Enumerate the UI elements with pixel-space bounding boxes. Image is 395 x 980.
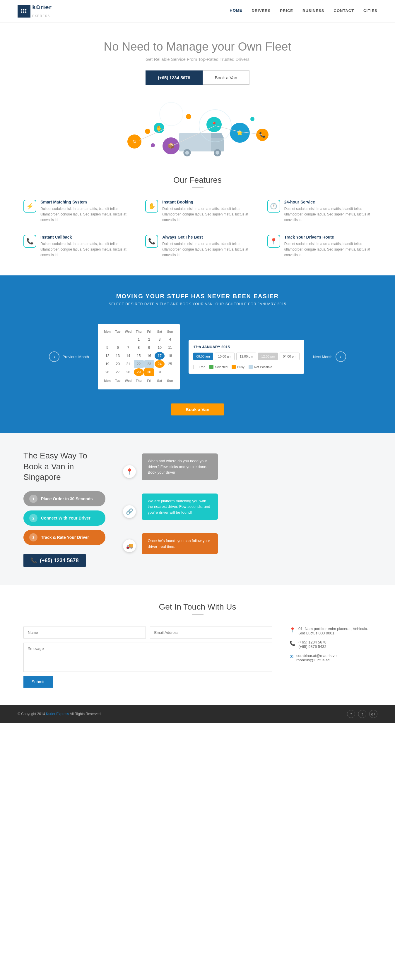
contact-form: Submit — [23, 627, 272, 688]
cal-cell[interactable]: 14 — [123, 352, 133, 360]
features-grid: ⚡ Smart Matching System Duis et sodales … — [23, 200, 372, 258]
cal-cell[interactable]: 19 — [102, 360, 112, 368]
phone-button[interactable]: (+65) 1234 5678 — [146, 70, 203, 85]
next-month-button[interactable]: › — [336, 352, 346, 362]
facebook-button[interactable]: f — [347, 710, 355, 718]
cal-cell[interactable]: 5 — [102, 344, 112, 352]
book-van-cal-button[interactable]: Book a Van — [171, 404, 224, 415]
slot-1[interactable]: 10:00 am — [215, 353, 235, 360]
cal-cell[interactable]: 1 — [134, 336, 144, 343]
feature-desc-4: Duis et sodales nisl. In a urna mattis, … — [162, 241, 249, 258]
smart-matching-icon: ⚡ — [23, 200, 36, 213]
twitter-button[interactable]: t — [358, 710, 366, 718]
form-row-1 — [23, 627, 272, 638]
hiw-step-1[interactable]: 1 Place Order in 30 Seconds — [23, 491, 106, 506]
nav-business[interactable]: BUSINESS — [302, 8, 324, 14]
bubble-text-3: Once he's found, you can follow your dri… — [147, 539, 210, 549]
slot-2[interactable]: 12:00 pm — [236, 353, 256, 360]
nav-cities[interactable]: CITIES — [363, 8, 377, 14]
cal-cell[interactable]: 24 — [155, 360, 165, 368]
svg-point-10 — [185, 151, 189, 155]
message-input[interactable] — [23, 643, 272, 672]
cal-cell[interactable]: 23 — [144, 360, 154, 368]
cal-cell[interactable]: 28 — [123, 368, 133, 376]
cal-cell[interactable]: 12 — [102, 352, 112, 360]
hiw-step-2[interactable]: 2 Connect With Your Driver — [23, 511, 106, 526]
logo-text: kürierEXPRESS — [32, 3, 52, 19]
cal-cell[interactable]: 4 — [165, 336, 175, 343]
step-num-2: 2 — [29, 514, 37, 522]
hiw-steps: 1 Place Order in 30 Seconds 2 Connect Wi… — [23, 491, 106, 545]
nav-price[interactable]: PRICE — [280, 8, 293, 14]
bubble-text-1: When and where do you need your driver? … — [147, 459, 207, 474]
cal-cell[interactable]: 31 — [155, 368, 165, 376]
slot-4[interactable]: 04:00 pm — [280, 353, 299, 360]
cal-cell[interactable]: 13 — [113, 352, 123, 360]
features-title: Our Features — [23, 175, 372, 185]
node-sm-1 — [145, 129, 150, 134]
node-sm-4 — [250, 117, 254, 121]
calendar-subtitle: SELECT DESIRED DATE & TIME AND BOOK YOUR… — [12, 302, 383, 306]
contact-address-row: 📍 01. Nam porttitor enim placerat, Vehic… — [289, 627, 372, 635]
cal-cell[interactable]: 26 — [102, 368, 112, 376]
feature-item-3: 📞 Instant Callback Duis et sodales nisl.… — [23, 235, 128, 258]
logo: kürierEXPRESS — [18, 3, 52, 19]
features-section: Our Features ⚡ Smart Matching System Dui… — [0, 158, 395, 275]
foot-wed: Wed — [123, 378, 133, 383]
cal-cell[interactable]: 29 — [134, 368, 144, 376]
cal-detail-title: 17th JANUARY 2015 — [193, 345, 299, 349]
feature-text-2: 24-hour Service Duis et sodales nisl. In… — [284, 200, 372, 223]
nav-home[interactable]: HOME — [230, 8, 242, 14]
email-input[interactable] — [150, 627, 272, 638]
legend-selected-box — [209, 365, 213, 369]
cal-cell[interactable]: 18 — [165, 352, 175, 360]
prev-month-button[interactable]: ‹ — [49, 352, 59, 362]
cal-cell[interactable]: 21 — [123, 360, 133, 368]
cal-cell[interactable]: 20 — [113, 360, 123, 368]
feature-desc-3: Duis et sodales nisl. In a urna mattis, … — [40, 241, 128, 258]
slot-3[interactable]: 12:00 pm — [258, 353, 278, 360]
svg-rect-3 — [21, 11, 22, 13]
contact-emails: curabinur.at@mauris.vel rhoncus@lluctus.… — [296, 654, 337, 662]
cal-cell[interactable]: 16 — [144, 352, 154, 360]
cal-cell[interactable]: 11 — [165, 344, 175, 352]
cal-cell[interactable]: 8 — [134, 344, 144, 352]
time-slots: 08:00 am 10:00 am 12:00 pm 12:00 pm 04:0… — [193, 353, 299, 360]
slot-0[interactable]: 08:00 am — [193, 353, 213, 360]
cal-cell[interactable]: 27 — [113, 368, 123, 376]
cal-cell[interactable]: 17 — [155, 352, 165, 360]
cal-container: ‹ Previous Month Mon Tue Wed Thu Fri Sat… — [12, 324, 383, 390]
name-input[interactable] — [23, 627, 146, 638]
cal-cell[interactable]: 9 — [144, 344, 154, 352]
cal-cell[interactable]: 22 — [134, 360, 144, 368]
instant-booking-icon: ✋ — [145, 200, 158, 213]
cal-cell[interactable]: 3 — [155, 336, 165, 343]
footer-brand-link[interactable]: Kurier Express — [46, 712, 69, 716]
gplus-button[interactable]: g+ — [369, 710, 377, 718]
cal-cell[interactable]: 25 — [165, 360, 175, 368]
feature-title-5: Track Your Driver's Route — [284, 235, 372, 239]
day-tue: Tue — [113, 329, 123, 334]
hiw-content: The Easy Way To Book a Van in Singapore … — [23, 450, 372, 567]
cal-cell[interactable]: 7 — [123, 344, 133, 352]
cal-cell[interactable]: 15 — [134, 352, 144, 360]
book-van-button[interactable]: Book a Van — [203, 70, 249, 85]
hiw-step-3[interactable]: 3 Track & Rate Your Driver — [23, 530, 106, 545]
submit-button[interactable]: Submit — [23, 676, 53, 688]
nav-contact[interactable]: CONTACT — [334, 8, 354, 14]
foot-thu: Thu — [134, 378, 144, 383]
day-mon: Mon — [102, 329, 112, 334]
address-icon: 📍 — [289, 627, 296, 633]
cal-cell[interactable]: 2 — [144, 336, 154, 343]
cal-cell[interactable]: 30 — [144, 368, 154, 376]
legend-not-possible: Not Possible — [249, 365, 272, 369]
nav-drivers[interactable]: DRIVERS — [252, 8, 271, 14]
bubble-3: Once he's found, you can follow your dri… — [142, 533, 218, 554]
hero-title: No Need to Manage your Own Fleet — [6, 40, 389, 53]
step-label-2: Connect With Your Driver — [41, 516, 91, 520]
24hr-service-icon: 🕐 — [267, 200, 280, 213]
cal-cell[interactable]: 10 — [155, 344, 165, 352]
legend-free-box — [193, 365, 197, 369]
hiw-left: The Easy Way To Book a Van in Singapore … — [23, 450, 106, 567]
cal-cell[interactable]: 6 — [113, 344, 123, 352]
